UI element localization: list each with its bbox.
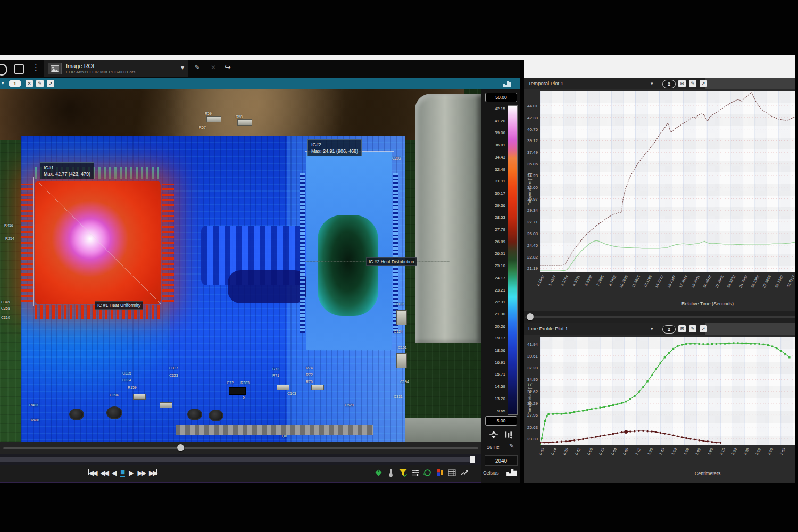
- scale-tick: 18.06: [484, 348, 505, 353]
- play-icon[interactable]: ▶: [129, 469, 134, 477]
- pcb-capacitor: [69, 409, 84, 420]
- auto-scale-icon[interactable]: [489, 430, 498, 439]
- app-body: ⋮ Image ROI FLIR A6531 FLIR MIX PCB-0001…: [0, 60, 798, 483]
- plot-edit-icon[interactable]: ✎: [689, 325, 696, 332]
- export-overlay-icon[interactable]: ➚: [47, 80, 54, 87]
- vertical-divider: [520, 60, 524, 483]
- tab-dropdown-icon[interactable]: ▾: [181, 64, 184, 71]
- plot-time-scrubber[interactable]: [524, 311, 798, 323]
- kebab-menu-icon[interactable]: ⋮: [32, 63, 40, 72]
- temporal-x-tick: 17.4924: [678, 275, 688, 288]
- plot-scrubber-handle[interactable]: [527, 313, 534, 320]
- plot-detach-icon[interactable]: ⊠: [678, 80, 686, 87]
- pcb-silkscreen-text: C325: [122, 371, 131, 376]
- sequence-position-handle[interactable]: [470, 456, 475, 463]
- sequence-range-bar[interactable]: [0, 454, 481, 466]
- scale-tick: 24.17: [484, 276, 505, 280]
- pcb-silkscreen-text: C349: [1, 300, 10, 304]
- profile-x-tick: 1.12: [635, 447, 642, 455]
- thermal-image-view[interactable]: IC#1 Max: 42.77 (423, 479) IC#2 Max: 24.…: [0, 89, 481, 442]
- pcb-silkscreen-text: C323: [169, 373, 178, 378]
- profile-x-tick: 2.52: [755, 447, 762, 455]
- color-scale-bar[interactable]: [508, 105, 518, 415]
- skip-start-icon[interactable]: ◀◀: [88, 469, 96, 477]
- window-border: [0, 55, 798, 60]
- temporal-x-tick: 16.0347: [667, 275, 676, 288]
- scale-max-input[interactable]: 50.00: [485, 93, 517, 102]
- scrubber-handle[interactable]: [177, 444, 184, 451]
- scale-options-icon[interactable]: [504, 430, 513, 439]
- tag-icon[interactable]: [374, 468, 383, 477]
- plot-export-icon[interactable]: ➚: [700, 325, 707, 332]
- scrubber-track[interactable]: [3, 447, 478, 449]
- profile-plot-canvas[interactable]: [540, 337, 798, 445]
- skip-end-icon[interactable]: ▶▶: [149, 469, 157, 477]
- rewind-icon[interactable]: ◀◀: [100, 469, 107, 477]
- plot-scrubber-track[interactable]: [525, 316, 796, 318]
- scale-tick: 30.17: [484, 191, 505, 196]
- chevron-down-icon[interactable]: ▾: [651, 326, 653, 331]
- refresh-globe-icon[interactable]: [423, 468, 432, 477]
- filter-icon[interactable]: [398, 468, 408, 477]
- scale-tick: 19.17: [484, 336, 505, 340]
- scale-tick: 28.53: [484, 215, 505, 220]
- share-redo-icon[interactable]: ↪: [225, 63, 231, 71]
- trend-chart-icon[interactable]: [460, 468, 469, 477]
- pcb-silkscreen-text: R456: [4, 223, 13, 228]
- temporal-plot-canvas[interactable]: [540, 91, 798, 272]
- profile-y-tick: 39.61: [524, 354, 538, 359]
- scale-min-input[interactable]: 5.00: [485, 416, 517, 426]
- pcb-silkscreen-text: C101: [398, 346, 407, 350]
- chevron-down-icon[interactable]: ▾: [651, 81, 653, 86]
- temporal-x-tick: 20.4078: [702, 275, 712, 288]
- pcb-component: [133, 394, 146, 400]
- histogram-icon[interactable]: [506, 467, 518, 477]
- pcb-silkscreen-text: R481: [31, 418, 40, 422]
- image-roi-tab[interactable]: Image ROI FLIR A6531 FLIR MIX PCB-0001.a…: [44, 60, 188, 77]
- thermometer-icon[interactable]: [386, 468, 395, 477]
- pcb-component: [396, 353, 407, 368]
- pcb-component: [237, 119, 252, 126]
- profile-y-tick: 34.95: [524, 377, 538, 382]
- record-icon[interactable]: [0, 64, 7, 76]
- temporal-x-tick: 27.6963: [762, 275, 772, 288]
- frame-rate-edit-icon[interactable]: ✎: [509, 443, 514, 450]
- pcb-silkscreen-text: R57: [199, 126, 206, 130]
- scale-tick: 16.91: [484, 360, 505, 365]
- histogram-mode-icon[interactable]: [502, 80, 514, 87]
- plot-source-badge[interactable]: 2: [662, 325, 676, 334]
- source-count-badge[interactable]: 1: [9, 80, 21, 87]
- temporal-x-tick: 21.8655: [714, 275, 724, 288]
- pcb-silkscreen-text: C194: [400, 380, 409, 384]
- plot-edit-icon[interactable]: ✎: [689, 80, 696, 87]
- frame-counter[interactable]: 2040: [485, 455, 518, 466]
- plot-detach-icon[interactable]: ⊠: [678, 325, 686, 332]
- settings-sliders-icon[interactable]: [411, 468, 420, 477]
- profile-x-tick: 1.96: [706, 447, 713, 455]
- temporal-y-tick: 24.45: [524, 243, 538, 248]
- profile-x-tick: 2.66: [767, 447, 774, 455]
- close-icon[interactable]: ✕: [211, 64, 216, 71]
- unit-label[interactable]: Celsius: [483, 470, 499, 476]
- plot-source-badge[interactable]: 2: [662, 80, 676, 88]
- stop-icon[interactable]: ■: [120, 468, 125, 477]
- pcb-silkscreen-text: C358: [1, 306, 10, 311]
- image-scrubber[interactable]: [0, 442, 481, 454]
- chevron-down-icon[interactable]: ▾: [2, 80, 4, 86]
- table-icon[interactable]: [447, 468, 456, 477]
- step-back-icon[interactable]: ◀: [112, 469, 117, 477]
- profile-y-tick: 25.63: [524, 425, 538, 430]
- plot-export-icon[interactable]: ➚: [700, 80, 707, 87]
- palette-icon[interactable]: [435, 468, 444, 477]
- edit-overlay-icon[interactable]: ✎: [36, 80, 44, 87]
- pcb-component: [229, 387, 246, 395]
- fast-forward-icon[interactable]: ▶▶: [137, 469, 145, 477]
- temporal-plot-region: Temperature [°C] 44.0142.3840.7539.1237.…: [524, 89, 798, 311]
- temporal-x-tick: 8.7462: [608, 275, 617, 286]
- plots-panel: Temporal Plot 1 ▾ 2 ⊠ ✎ ➚ Temperature [°…: [524, 78, 798, 483]
- stop-window-icon[interactable]: [14, 64, 24, 74]
- sequence-range-fill: [0, 457, 475, 462]
- edit-pencil-icon[interactable]: ✎: [195, 64, 200, 71]
- remove-overlay-icon[interactable]: ✕: [26, 80, 33, 87]
- profile-x-axis-title: Centimeters: [628, 471, 787, 476]
